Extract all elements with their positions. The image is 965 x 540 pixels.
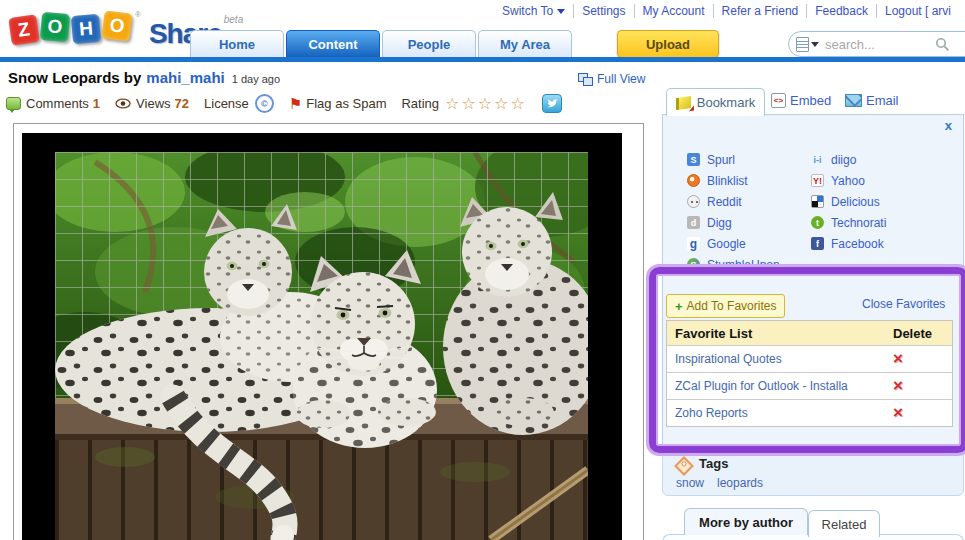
eye-icon [115,98,131,109]
service-reddit[interactable]: Reddit [687,191,780,212]
tab-bookmark[interactable]: Bookmark [666,88,765,116]
photo-card [13,123,644,540]
diigo-icon: i-i [811,153,824,166]
tab-home[interactable]: Home [190,30,284,58]
tab-related[interactable]: Related [808,510,880,537]
upload-button[interactable]: Upload [617,30,719,58]
views-count: 72 [175,96,189,111]
service-delicious[interactable]: Delicious [811,191,886,212]
author-link[interactable]: mahi_mahi [146,69,224,86]
tab-email[interactable]: Email [845,93,899,108]
chevron-down-icon [557,9,565,14]
blinklist-icon [687,174,700,187]
close-panel-button[interactable]: x [945,118,952,133]
flag-icon: ⚑ [289,97,302,111]
service-technorati[interactable]: tTechnorati [811,212,886,233]
spurl-icon: S [687,153,700,166]
feedback-link[interactable]: Feedback [806,4,876,18]
full-view-icon [578,73,593,86]
meta-row: Comments1 Views72 License © ⚑ Flag as Sp… [6,94,562,113]
tags-title: Tags [699,456,728,471]
service-yahoo[interactable]: Y!Yahoo [811,170,886,191]
tab-people[interactable]: People [382,30,476,58]
digg-icon: d [687,216,700,229]
tab-embed[interactable]: <> Embed [771,93,831,108]
service-digg[interactable]: dDigg [687,212,780,233]
logo-tile-h: H [71,14,101,44]
creative-commons-icon: © [255,94,274,113]
registered-mark: ® [135,10,141,19]
rating-widget: Rating ☆☆☆☆☆ [401,96,526,111]
rating-stars[interactable]: ☆☆☆☆☆ [445,97,527,111]
service-facebook[interactable]: fFacebook [811,233,886,254]
search-scope-icon[interactable] [796,37,809,52]
my-account-link[interactable]: My Account [634,4,713,18]
tag-link-leopards[interactable]: leopards [717,476,763,490]
tab-more-by-author[interactable]: More by author [684,508,808,535]
comment-bubble-icon [6,97,21,110]
license-info[interactable]: License © [204,94,274,113]
beta-label: beta [224,14,243,25]
search-icon[interactable] [935,37,950,52]
delete-icon[interactable]: × [893,376,903,395]
service-spurl[interactable]: SSpurl [687,149,780,170]
tab-content[interactable]: Content [286,30,380,58]
tab-my-area[interactable]: My Area [478,30,572,58]
delicious-icon [811,195,824,208]
yahoo-icon: Y! [811,174,824,187]
service-google[interactable]: gGoogle [687,233,780,254]
facebook-icon: f [811,237,824,250]
comments-count: 1 [93,96,100,111]
favorite-item-link[interactable]: Inspirational Quotes [667,352,893,366]
delete-icon[interactable]: × [893,403,903,422]
table-row: Inspirational Quotes × [667,345,952,372]
favorites-table-header: Favorite List Delete [667,321,952,345]
page-title: Snow Leopards by [8,69,141,86]
add-to-favorites-button[interactable]: + Add To Favorites [666,294,785,318]
technorati-icon: t [811,216,824,229]
delete-header: Delete [893,326,952,341]
delete-icon[interactable]: × [893,349,903,368]
favorite-item-link[interactable]: ZCal Plugin for Outlook - Installa [667,379,893,393]
tags-list: snow leopards [676,476,776,490]
comments-link[interactable]: Comments1 [6,96,100,111]
search-box [788,31,965,57]
twitter-share-icon[interactable] [542,94,562,113]
service-stumbleupon[interactable]: SStumbleUpon [687,254,780,275]
plus-icon: + [675,299,683,314]
search-scope-dropdown-icon[interactable] [811,42,819,47]
tag-link-snow[interactable]: snow [676,476,704,490]
topbar: Switch To Settings My Account Refer a Fr… [494,4,959,18]
favorite-list-header: Favorite List [667,326,893,341]
views-stat: Views72 [115,96,189,111]
bookmark-icon [676,95,691,109]
flag-as-spam-link[interactable]: ⚑ Flag as Spam [289,96,387,111]
reddit-icon [687,195,700,208]
refer-a-friend-link[interactable]: Refer a Friend [713,4,807,18]
table-row: ZCal Plugin for Outlook - Installa × [667,372,952,399]
logo-tile-o1: O [40,12,70,42]
embed-icon: <> [771,93,786,108]
google-icon: g [687,237,700,250]
search-input[interactable] [823,36,935,53]
full-view-link[interactable]: Full View [578,72,645,86]
content-title-row: Snow Leopards by mahi_mahi 1 day ago [8,69,280,86]
services-column-right: i-idiigo Y!Yahoo Delicious tTechnorati f… [811,149,886,254]
close-favorites-link[interactable]: Close Favorites [862,297,945,311]
age-text: 1 day ago [232,73,280,85]
table-row: Zoho Reports × [667,399,952,426]
header-divider-bar [0,57,965,62]
favorites-table: Favorite List Delete Inspirational Quote… [666,320,953,427]
settings-link[interactable]: Settings [573,4,633,18]
switch-to-menu[interactable]: Switch To [494,4,573,18]
logout-link[interactable]: Logout [ arvi [876,4,959,18]
favorite-item-link[interactable]: Zoho Reports [667,406,893,420]
logo-tile-z: Z [8,14,40,46]
service-blinklist[interactable]: Blinklist [687,170,780,191]
service-diigo[interactable]: i-idiigo [811,149,886,170]
tags-panel: Tags snow leopards [662,449,964,496]
photo-matte [22,133,622,540]
tag-icon [674,456,694,476]
services-column-left: SSpurl Blinklist Reddit dDigg gGoogle SS… [687,149,780,275]
photo[interactable] [55,152,588,540]
